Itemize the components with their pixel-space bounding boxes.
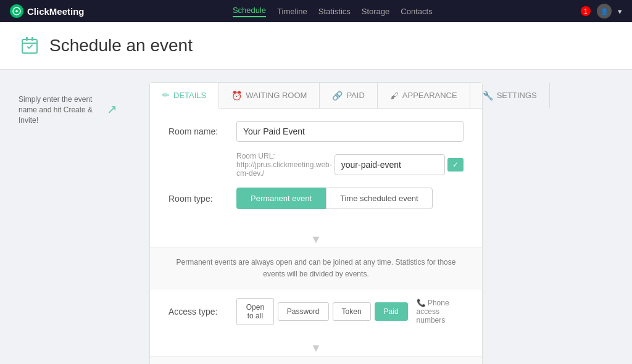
- tab-waiting-room[interactable]: ⏰ WAITING ROOM: [219, 83, 320, 108]
- access-type-group: Open to all Password Token Paid 📞 Phone …: [236, 298, 464, 325]
- caret-down-2: ▼: [150, 342, 482, 354]
- tab-details[interactable]: ✏ DETAILS: [150, 83, 219, 109]
- access-type-label: Access type:: [168, 307, 236, 316]
- btn-password[interactable]: Password: [278, 302, 329, 321]
- tab-details-label: DETAILS: [173, 91, 206, 100]
- nav-timeline[interactable]: Timeline: [277, 7, 307, 16]
- room-type-info: Permanent events are always open and can…: [150, 247, 482, 289]
- tab-paid[interactable]: 🔗 PAID: [320, 83, 377, 108]
- page-header: Schedule an event: [0, 22, 632, 70]
- room-name-label: Room name:: [168, 126, 236, 136]
- room-name-input[interactable]: [236, 121, 464, 142]
- nav-contacts[interactable]: Contacts: [401, 7, 432, 16]
- room-type-row: Room type: Permanent event Time schedule…: [168, 188, 464, 209]
- room-url-input[interactable]: [335, 154, 445, 175]
- tooltip-hint: Simply enter the event name and hit Crea…: [19, 94, 99, 125]
- tab-settings-label: SETTINGS: [497, 91, 537, 100]
- appearance-icon: 🖌: [390, 91, 399, 101]
- tab-appearance[interactable]: 🖌 APPEARANCE: [378, 83, 470, 108]
- btn-open-to-all[interactable]: Open to all: [236, 298, 274, 325]
- tooltip-arrow: ↗: [107, 101, 117, 118]
- room-type-group: Permanent event Time scheduled event: [236, 188, 433, 209]
- page-icon: [19, 35, 41, 57]
- room-url-row: Room URL: http://jprus.clickmeeting.web-…: [168, 152, 464, 178]
- svg-rect-1: [22, 39, 37, 53]
- nav-schedule[interactable]: Schedule: [233, 6, 266, 17]
- tab-bar: ✏ DETAILS ⏰ WAITING ROOM 🔗 PAID 🖌 APPEAR…: [150, 83, 482, 109]
- avatar[interactable]: 👤: [597, 4, 612, 19]
- phone-icon: 📞: [417, 299, 426, 307]
- top-navigation: ClickMeeting Schedule Timeline Statistic…: [0, 0, 632, 22]
- access-type-row: Access type: Open to all Password Token …: [168, 298, 464, 325]
- nav-storage[interactable]: Storage: [362, 7, 390, 16]
- room-name-input-wrap: [236, 121, 464, 142]
- tab-settings[interactable]: 🔧 SETTINGS: [470, 83, 550, 108]
- access-type-section: Access type: Open to all Password Token …: [150, 289, 482, 340]
- btn-permanent-event[interactable]: Permanent event: [236, 188, 326, 209]
- svg-rect-3: [31, 37, 33, 41]
- tooltip-text: Simply enter the event name and hit Crea…: [19, 95, 93, 125]
- waiting-icon: ⏰: [231, 91, 242, 101]
- logo-icon: [10, 4, 23, 18]
- caret-down-1: ▼: [150, 234, 482, 245]
- btn-time-scheduled[interactable]: Time scheduled event: [326, 188, 433, 209]
- svg-rect-2: [26, 37, 28, 41]
- page-title: Schedule an event: [49, 36, 193, 56]
- notification-badge[interactable]: 1: [581, 6, 591, 16]
- room-type-label: Room type:: [168, 194, 236, 204]
- tab-waiting-label: WAITING ROOM: [246, 91, 307, 100]
- tab-paid-label: PAID: [346, 91, 364, 100]
- phone-access-link[interactable]: 📞 Phone access numbers: [417, 299, 464, 325]
- url-check-icon: ✓: [447, 158, 464, 172]
- paid-icon: 🔗: [332, 91, 343, 101]
- room-url-prefix: Room URL: http://jprus.clickmeeting.web-…: [236, 152, 332, 178]
- form-body: Room name: Room URL: http://jprus.clickm…: [150, 109, 482, 231]
- nav-statistics[interactable]: Statistics: [318, 7, 351, 16]
- nav-links: Schedule Timeline Statistics Storage Con…: [233, 6, 433, 17]
- settings-icon: 🔧: [483, 91, 493, 101]
- logo: ClickMeeting: [10, 4, 85, 18]
- logo-text: ClickMeeting: [27, 6, 85, 17]
- main-content: Simply enter the event name and hit Crea…: [0, 70, 632, 364]
- tab-appearance-label: APPEARANCE: [402, 91, 457, 100]
- btn-paid[interactable]: Paid: [375, 302, 408, 321]
- details-icon: ✏: [162, 90, 170, 100]
- form-panel: ✏ DETAILS ⏰ WAITING ROOM 🔗 PAID 🖌 APPEAR…: [149, 82, 483, 364]
- btn-token[interactable]: Token: [333, 302, 371, 321]
- nav-right: 1 👤 ▾: [581, 4, 622, 19]
- room-type-info-text: Permanent events are always open and can…: [177, 258, 456, 278]
- room-name-row: Room name:: [168, 121, 464, 142]
- entry-fee-section: Enter the amount you wish to charge for …: [150, 356, 482, 364]
- user-label: ▾: [618, 7, 622, 16]
